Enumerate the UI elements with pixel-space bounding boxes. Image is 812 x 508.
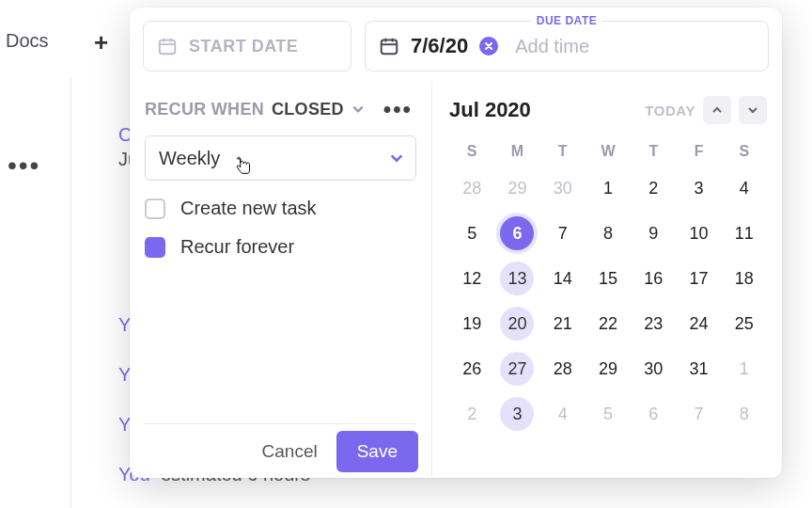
clear-due-date-button[interactable] [479,37,498,56]
calendar-day-number: 27 [500,352,534,386]
calendar-day[interactable]: 8 [722,391,767,437]
calendar-day[interactable]: 30 [540,166,586,211]
due-date-value: 7/6/20 [411,34,468,58]
calendar-week: 19202122232425 [449,301,767,346]
calendar-day-number: 18 [727,262,761,295]
calendar-day[interactable]: 31 [676,346,721,391]
calendar-day[interactable]: 22 [586,301,631,346]
recur-when-dropdown[interactable]: RECUR WHEN CLOSED ••• [145,96,416,122]
calendar-day[interactable]: 16 [631,256,676,301]
calendar-dow-row: SMTWTFS [449,137,767,166]
save-button[interactable]: Save [336,431,418,472]
calendar-dow: T [631,137,676,166]
calendar-day[interactable]: 28 [449,166,494,211]
calendar-day-number: 17 [682,262,716,295]
date-recurrence-popover: START DATE DUE DATE 7/6/20 Add time RECU… [130,8,782,478]
calendar-day[interactable]: 2 [631,166,676,211]
recur-forever-option[interactable]: Recur forever [145,236,416,258]
today-button[interactable]: TODAY [645,103,695,119]
next-month-button[interactable] [739,96,767,124]
recur-when-value: CLOSED [272,100,344,119]
calendar-day[interactable]: 5 [586,391,631,437]
calendar-day-number: 8 [591,216,625,250]
calendar-day[interactable]: 27 [494,346,539,391]
calendar-day[interactable]: 14 [540,256,586,301]
calendar-day-number: 31 [682,352,716,386]
create-new-task-option[interactable]: Create new task [145,198,416,219]
svg-rect-1 [382,40,398,55]
prev-month-button[interactable] [703,96,731,124]
tab-docs[interactable]: Docs [0,15,66,78]
calendar-dow: S [449,137,494,166]
add-tab-button[interactable]: + [94,28,108,57]
calendar-day-number: 1 [591,171,625,205]
calendar-day[interactable]: 23 [631,301,676,346]
date-row: START DATE DUE DATE 7/6/20 Add time [130,8,782,81]
calendar-day[interactable]: 6 [631,391,676,437]
calendar-day[interactable]: 11 [722,211,767,256]
calendar-day[interactable]: 7 [676,391,721,437]
calendar-day-number: 2 [636,171,670,205]
calendar-day-number: 16 [636,262,670,295]
calendar-week: 2627282930311 [449,346,767,391]
calendar-day[interactable]: 3 [676,166,721,211]
calendar-day[interactable]: 7 [540,211,586,256]
calendar-day-number: 29 [500,171,534,205]
calendar-day[interactable]: 21 [540,301,586,346]
calendar-day[interactable]: 25 [722,301,767,346]
recur-when-label: RECUR WHEN [145,100,264,119]
calendar-day[interactable]: 24 [676,301,721,346]
calendar-day-number: 15 [591,262,625,295]
calendar-dow: W [586,137,631,166]
calendar-day[interactable]: 8 [586,211,631,256]
calendar-day-number: 6 [636,397,670,431]
calendar-day-number: 24 [682,307,716,341]
calendar-day-number: 11 [727,216,761,250]
calendar-day-number: 28 [546,352,580,386]
calendar-dow: M [494,137,539,166]
calendar-week: 2345678 [449,391,767,437]
calendar-day[interactable]: 1 [722,346,767,391]
calendar-day[interactable]: 28 [540,346,586,391]
calendar-day[interactable]: 17 [676,256,721,301]
calendar-day[interactable]: 10 [676,211,721,256]
calendar-day-number: 25 [727,307,761,341]
calendar-day[interactable]: 1 [586,166,631,211]
calendar-day[interactable]: 4 [722,166,767,211]
calendar-day-number: 4 [546,397,580,431]
calendar-day[interactable]: 2 [449,391,494,437]
more-icon[interactable]: ••• [8,151,40,181]
calendar-day[interactable]: 20 [494,301,539,346]
checkbox-unchecked-icon [145,198,165,219]
calendar-day[interactable]: 29 [494,166,539,211]
calendar-day[interactable]: 3 [494,391,539,437]
calendar-day[interactable]: 13 [494,256,539,301]
calendar-day[interactable]: 15 [586,256,631,301]
frequency-select[interactable]: Weekly [145,135,416,181]
calendar-day[interactable]: 6 [494,211,539,256]
cancel-button[interactable]: Cancel [243,424,336,478]
calendar-day[interactable]: 29 [586,346,631,391]
calendar-week: 12131415161718 [449,256,767,301]
chevron-down-icon [351,103,365,116]
add-time-button[interactable]: Add time [515,36,589,57]
recur-more-button[interactable]: ••• [380,96,416,122]
calendar-day-number: 7 [682,397,716,431]
calendar-day[interactable]: 9 [631,211,676,256]
calendar-day[interactable]: 4 [540,391,586,437]
calendar-day[interactable]: 5 [449,211,494,256]
recur-forever-label: Recur forever [180,236,294,258]
calendar-day[interactable]: 26 [449,346,494,391]
recurrence-footer: Cancel Save [145,423,416,478]
calendar-icon [157,36,178,56]
due-date-field[interactable]: DUE DATE 7/6/20 Add time [365,21,769,71]
calendar-day[interactable]: 30 [631,346,676,391]
activity-sidebar [0,77,71,508]
calendar-week: 567891011 [449,211,767,256]
calendar-day[interactable]: 18 [722,256,767,301]
calendar-day[interactable]: 12 [449,256,494,301]
start-date-field[interactable]: START DATE [143,21,351,71]
calendar-day[interactable]: 19 [449,301,494,346]
chevron-down-icon [389,151,404,166]
calendar-day-number: 5 [591,397,625,431]
